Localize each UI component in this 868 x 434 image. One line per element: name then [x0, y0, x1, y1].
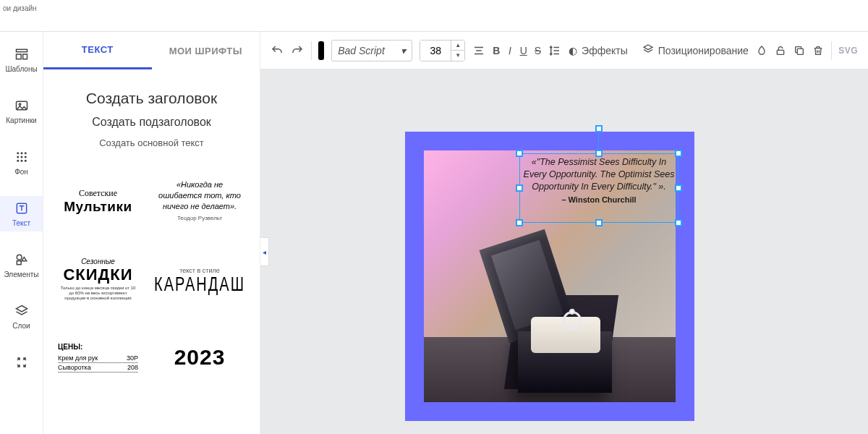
text-template-2[interactable]: «Никогда не ошибается тот, кто ничего не…	[151, 169, 248, 234]
resize-handle-tm[interactable]	[595, 150, 603, 157]
expand-icon	[14, 354, 30, 370]
template-line: «Никогда не ошибается тот, кто ничего не…	[154, 179, 245, 212]
add-subheading[interactable]: Создать подзаголовок	[55, 116, 248, 129]
template-line: 30Р	[127, 354, 138, 362]
template-line: Крем для рук	[58, 354, 98, 362]
delete-button[interactable]	[812, 42, 824, 59]
resize-handle-br[interactable]	[675, 219, 682, 226]
svg-rect-16	[17, 261, 21, 265]
svg-point-12	[20, 160, 22, 162]
layers-icon	[14, 303, 30, 319]
text-icon	[14, 200, 30, 216]
strikethrough-button[interactable]: S	[535, 42, 541, 59]
svg-point-9	[20, 156, 22, 158]
canvas[interactable]: ◂ «"The Pessimist Sees Difficulty In Eve…	[260, 69, 868, 434]
left-rail: Шаблоны Картинки Фон Текст Элементы Слои	[0, 32, 43, 434]
resize-handle-bl[interactable]	[516, 219, 523, 226]
svg-point-7	[24, 152, 26, 154]
rail-label: Фон	[14, 168, 28, 176]
font-family-select[interactable]: Bad Script ▾	[331, 40, 412, 61]
rail-label: Шаблоны	[5, 65, 37, 73]
template-line: Мультики	[64, 199, 132, 215]
collapse-panel-button[interactable]: ◂	[260, 237, 269, 266]
resize-handle-tr[interactable]	[675, 150, 682, 157]
effects-icon: ◐	[569, 45, 577, 56]
svg-point-4	[19, 103, 21, 106]
duplicate-button[interactable]	[793, 42, 805, 59]
tab-my-fonts[interactable]: МОИ ШРИФТЫ	[152, 32, 260, 69]
svg-rect-0	[16, 49, 27, 51]
svg-point-11	[17, 160, 19, 162]
rail-label: Элементы	[4, 271, 39, 278]
rail-elements[interactable]: Элементы	[0, 247, 43, 283]
template-line: Только до конца месяца скидки от 10 до 6…	[58, 286, 138, 302]
resize-handle-bm[interactable]	[595, 219, 603, 226]
template-line: Советские	[79, 188, 117, 199]
text-template-6[interactable]: 2023	[151, 325, 248, 390]
selection-box[interactable]	[519, 153, 678, 223]
svg-rect-18	[797, 48, 803, 54]
lock-button[interactable]	[775, 42, 786, 59]
svg-point-10	[24, 156, 26, 158]
template-line: Сыворотка	[58, 364, 91, 371]
bold-button[interactable]: B	[493, 42, 500, 59]
svg-export-button[interactable]: SVG	[838, 46, 858, 56]
rail-label: Картинки	[6, 116, 36, 124]
template-line: Теодор Рузвельт	[177, 215, 222, 223]
effects-label: Эффекты	[582, 45, 628, 56]
template-line: ЦЕНЫ:	[58, 343, 82, 351]
rail-layers[interactable]: Слои	[0, 299, 43, 334]
shapes-icon	[14, 252, 30, 268]
side-panel: ТЕКСТ МОИ ШРИФТЫ Создать заголовок Созда…	[43, 32, 260, 434]
resize-handle-mr[interactable]	[675, 184, 682, 192]
my-designs-trunc: ои дизайн	[0, 0, 43, 31]
svg-point-6	[20, 152, 22, 154]
layers-icon	[642, 43, 654, 57]
add-body-text[interactable]: Создать основной текст	[55, 137, 248, 148]
font-size-up[interactable]: ▲	[451, 41, 464, 51]
font-size-control: ▲ ▼	[420, 40, 465, 61]
svg-rect-2	[22, 54, 27, 59]
rotation-handle[interactable]	[595, 125, 603, 132]
font-size-input[interactable]	[420, 41, 451, 61]
chevron-down-icon: ▾	[401, 45, 406, 56]
rail-templates[interactable]: Шаблоны	[0, 42, 43, 77]
resize-handle-ml[interactable]	[516, 184, 523, 192]
grid-icon	[14, 149, 30, 165]
redo-button[interactable]	[291, 42, 304, 59]
rail-background[interactable]: Фон	[0, 145, 43, 180]
text-color-swatch[interactable]	[318, 41, 324, 60]
svg-rect-1	[16, 54, 21, 59]
opacity-button[interactable]	[756, 42, 767, 59]
italic-button[interactable]: I	[507, 42, 512, 59]
line-height-button[interactable]	[548, 42, 561, 59]
text-template-5[interactable]: ЦЕНЫ: Крем для рук30Р Сыворотка208	[55, 325, 141, 390]
font-name: Bad Script	[338, 45, 385, 56]
text-template-3[interactable]: Сезонные СКИДКИ Только до конца месяца с…	[55, 247, 141, 312]
text-template-1[interactable]: Советские Мультики	[55, 169, 141, 234]
rail-label: Слои	[12, 322, 30, 330]
rail-images[interactable]: Картинки	[0, 93, 43, 129]
text-toolbar: Bad Script ▾ ▲ ▼ B I U S ◐ Эффекты	[260, 32, 868, 69]
rail-text[interactable]: Текст	[0, 196, 43, 231]
underline-button[interactable]: U	[520, 42, 527, 59]
tab-text[interactable]: ТЕКСТ	[43, 32, 152, 69]
svg-point-15	[17, 255, 22, 260]
svg-point-8	[17, 156, 19, 158]
effects-button[interactable]: ◐ Эффекты	[569, 45, 628, 56]
svg-point-13	[24, 160, 26, 162]
resize-handle-tl[interactable]	[516, 150, 523, 157]
rail-label: Текст	[12, 219, 30, 227]
template-line: Сезонные	[81, 258, 115, 265]
position-label: Позиционирование	[658, 45, 749, 56]
image-icon	[14, 98, 30, 114]
position-button[interactable]: Позиционирование	[642, 43, 749, 57]
rail-more[interactable]	[0, 350, 43, 375]
text-template-4[interactable]: текст в стиле КАРАНДАШ	[151, 247, 248, 312]
add-heading[interactable]: Создать заголовок	[55, 90, 248, 107]
template-line: 208	[127, 364, 138, 371]
undo-button[interactable]	[271, 42, 284, 59]
align-button[interactable]	[472, 42, 485, 59]
rotation-line	[598, 131, 599, 150]
font-size-down[interactable]: ▼	[451, 51, 464, 61]
